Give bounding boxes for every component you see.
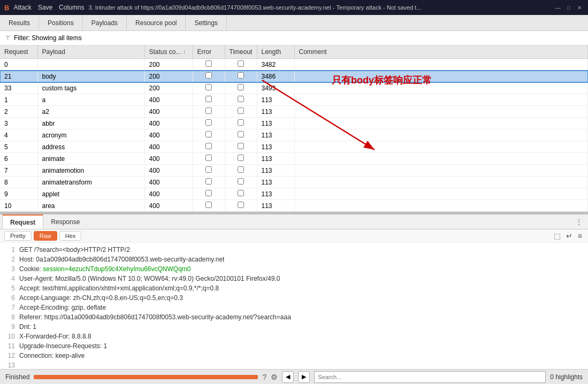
menu-save[interactable]: Save xyxy=(38,4,52,11)
cell-error[interactable] xyxy=(193,188,225,200)
minimize-button[interactable]: — xyxy=(554,3,562,12)
cell-length: 113 xyxy=(257,200,294,212)
cell-timeout[interactable] xyxy=(225,129,257,141)
tab-bar: Results Positions Payloads Resource pool… xyxy=(0,15,588,31)
cell-timeout[interactable] xyxy=(225,71,257,82)
cell-error[interactable] xyxy=(193,129,225,141)
results-table-container[interactable]: Request Payload Status co... ↑ Error Tim… xyxy=(0,45,588,212)
col-header-payload[interactable]: Payload xyxy=(37,45,144,59)
bottom-panel: Request Response ⋮ Pretty Raw Hex ⬚ ↵ ≡ … xyxy=(0,214,588,369)
maximize-button[interactable]: □ xyxy=(564,3,573,12)
cell-request: 2 xyxy=(0,106,37,118)
cell-timeout[interactable] xyxy=(225,118,257,129)
cell-error[interactable] xyxy=(193,176,225,188)
menu-attack[interactable]: Attack xyxy=(13,4,31,11)
cell-error[interactable] xyxy=(193,94,225,106)
cell-error[interactable] xyxy=(193,118,225,129)
tab-settings[interactable]: Settings xyxy=(186,15,226,30)
col-header-comment[interactable]: Comment xyxy=(294,45,588,59)
cell-timeout[interactable] xyxy=(225,200,257,212)
wrap-icon[interactable]: ⬚ xyxy=(552,232,562,240)
cell-timeout[interactable] xyxy=(225,153,257,165)
col-header-length[interactable]: Length xyxy=(257,45,294,59)
http-line-content: User-Agent: Mozilla/5.0 (Windows NT 10.0… xyxy=(19,274,584,283)
table-row[interactable]: 9 applet 400 113 xyxy=(0,188,588,200)
cell-length: 113 xyxy=(257,141,294,153)
cell-comment xyxy=(294,106,588,118)
cell-timeout[interactable] xyxy=(225,59,257,71)
http-line: 8Referer: https://0a1a009d04adb9cb806d17… xyxy=(4,312,584,322)
table-row[interactable]: 8 animatetransform 400 113 xyxy=(0,176,588,188)
cell-comment xyxy=(294,82,588,94)
table-row[interactable]: 0 200 3482 xyxy=(0,59,588,71)
tab-results[interactable]: Results xyxy=(0,15,39,30)
back-button[interactable]: ◀ xyxy=(282,371,294,383)
panel-menu-icon[interactable]: ⋮ xyxy=(572,218,586,226)
http-line-num: 2 xyxy=(4,255,15,264)
close-button[interactable]: ✕ xyxy=(575,3,584,12)
table-row[interactable]: 21 body 200 3486 xyxy=(0,71,588,82)
col-header-timeout[interactable]: Timeout xyxy=(225,45,257,59)
tab-resource-pool[interactable]: Resource pool xyxy=(127,15,186,30)
cell-status: 400 xyxy=(144,188,193,200)
table-row[interactable]: 7 animatemotion 400 113 xyxy=(0,165,588,176)
cell-status: 400 xyxy=(144,106,193,118)
cell-error[interactable] xyxy=(193,59,225,71)
sub-tab-pretty[interactable]: Pretty xyxy=(4,231,32,241)
tab-response[interactable]: Response xyxy=(43,214,87,229)
search-input[interactable] xyxy=(314,371,546,383)
cell-error[interactable] xyxy=(193,141,225,153)
more-icon[interactable]: ≡ xyxy=(576,232,584,240)
cell-comment xyxy=(294,141,588,153)
table-row[interactable]: 5 address 400 113 xyxy=(0,141,588,153)
ln-icon[interactable]: ↵ xyxy=(564,232,574,240)
cell-error[interactable] xyxy=(193,71,225,82)
http-line: 12Connection: keep-alive xyxy=(4,351,584,360)
cell-status: 400 xyxy=(144,141,193,153)
col-header-status[interactable]: Status co... ↑ xyxy=(144,45,193,59)
cell-payload: acronym xyxy=(37,129,144,141)
http-content[interactable]: 1GET /?search=<body>HTTP/2 HTTP/22Host: … xyxy=(0,243,588,369)
cell-error[interactable] xyxy=(193,153,225,165)
cell-error[interactable] xyxy=(193,106,225,118)
cell-timeout[interactable] xyxy=(225,165,257,176)
cell-error[interactable] xyxy=(193,165,225,176)
table-row[interactable]: 1 a 400 113 xyxy=(0,94,588,106)
cell-timeout[interactable] xyxy=(225,106,257,118)
help-icon[interactable]: ? xyxy=(262,373,266,381)
cell-status: 400 xyxy=(144,94,193,106)
tab-positions[interactable]: Positions xyxy=(39,15,83,30)
table-row[interactable]: 6 animate 400 113 xyxy=(0,153,588,165)
http-line-content: Connection: keep-alive xyxy=(19,351,584,360)
table-row[interactable]: 3 abbr 400 113 xyxy=(0,118,588,129)
main-content: Request Payload Status co... ↑ Error Tim… xyxy=(0,45,588,369)
table-row[interactable]: 10 area 400 113 xyxy=(0,200,588,212)
sub-tab-hex[interactable]: Hex xyxy=(59,231,82,241)
cell-error[interactable] xyxy=(193,200,225,212)
cell-request: 8 xyxy=(0,176,37,188)
forward-button[interactable]: ▶ xyxy=(298,371,310,383)
cell-status: 400 xyxy=(144,118,193,129)
results-table: Request Payload Status co... ↑ Error Tim… xyxy=(0,45,588,212)
http-line-content: Upgrade-Insecure-Requests: 1 xyxy=(19,341,584,351)
cell-timeout[interactable] xyxy=(225,94,257,106)
sub-tab-raw[interactable]: Raw xyxy=(34,231,57,241)
cell-error[interactable] xyxy=(193,82,225,94)
cell-timeout[interactable] xyxy=(225,82,257,94)
table-row[interactable]: 4 acronym 400 113 xyxy=(0,129,588,141)
http-line-content: Accept-Language: zh-CN,zh;q=0.8,en-US;q=… xyxy=(19,293,584,303)
filter-icon: ⊤ xyxy=(5,35,11,42)
tab-request[interactable]: Request xyxy=(2,214,43,229)
cell-timeout[interactable] xyxy=(225,176,257,188)
col-header-request[interactable]: Request xyxy=(0,45,37,59)
cell-timeout[interactable] xyxy=(225,141,257,153)
cell-timeout[interactable] xyxy=(225,188,257,200)
settings-icon[interactable]: ⚙ xyxy=(271,373,278,381)
tab-payloads[interactable]: Payloads xyxy=(83,15,127,30)
http-line-content: Accept-Encoding: gzip, deflate xyxy=(19,303,584,312)
table-row[interactable]: 2 a2 400 113 xyxy=(0,106,588,118)
cell-length: 113 xyxy=(257,106,294,118)
menu-columns[interactable]: Columns xyxy=(59,4,84,11)
table-row[interactable]: 33 custom tags 200 3493 xyxy=(0,82,588,94)
col-header-error[interactable]: Error xyxy=(193,45,225,59)
